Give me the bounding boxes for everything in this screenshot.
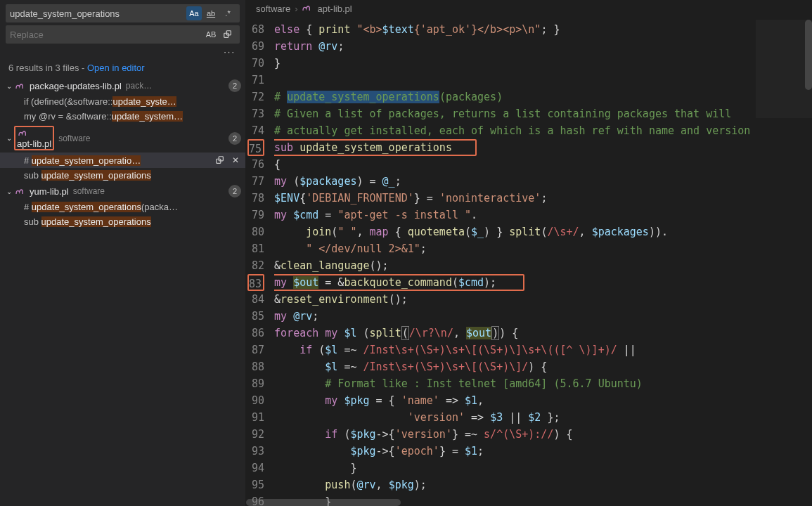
camel-icon	[14, 80, 27, 91]
preserve-case-toggle[interactable]: AB	[203, 27, 219, 41]
search-sidebar: Aa ab .* AB ··· 6 results in 3 files - O…	[0, 0, 246, 506]
tree-file[interactable]: ⌄apt-lib.plsoftware2	[0, 124, 245, 153]
line-gutter: 6869707172737475767778798081828384858687…	[246, 18, 274, 506]
camel-icon	[14, 186, 27, 197]
vertical-scrollbar[interactable]	[802, 20, 812, 506]
chevron-down-icon[interactable]: ⌄	[4, 134, 14, 142]
results-tree[interactable]: ⌄package-updates-lib.plpack…2if (defined…	[0, 77, 245, 506]
breadcrumb-file[interactable]: apt-lib.pl	[317, 4, 352, 14]
breadcrumb-folder[interactable]: software	[256, 4, 290, 14]
replace-all-icon[interactable]	[220, 27, 236, 41]
tree-result[interactable]: sub update_system_operations	[0, 214, 245, 229]
search-input[interactable]	[10, 8, 186, 19]
tree-result[interactable]: if (defined(&software::update_syste…	[0, 94, 245, 109]
chevron-down-icon[interactable]: ⌄	[4, 82, 14, 90]
horizontal-scrollbar-thumb[interactable]	[246, 499, 401, 506]
search-input-row: Aa ab .*	[6, 4, 240, 22]
horizontal-scrollbar[interactable]	[246, 498, 802, 506]
open-in-editor-link[interactable]: Open in editor	[87, 63, 145, 73]
match-count-badge: 2	[228, 185, 241, 197]
dismiss-icon[interactable]: ✕	[230, 155, 241, 166]
vertical-scrollbar-thumb[interactable]	[805, 20, 812, 90]
match-count-badge: 2	[228, 132, 241, 145]
replace-input[interactable]	[10, 30, 203, 40]
results-summary: 6 results in 3 files - Open in editor	[0, 58, 245, 77]
breadcrumbs[interactable]: software › apt-lib.pl	[246, 0, 812, 18]
match-case-toggle[interactable]: Aa	[186, 6, 202, 20]
more-actions-button[interactable]: ···	[0, 46, 245, 58]
tree-result[interactable]: sub update_system_operations	[0, 168, 245, 183]
chevron-down-icon[interactable]: ⌄	[4, 188, 14, 195]
editor-pane: software › apt-lib.pl 686970717273747576…	[246, 0, 812, 506]
camel-icon	[302, 3, 313, 15]
code-content[interactable]: else { print "<b>$text{'apt_ok'}</b><p>\…	[274, 18, 812, 506]
tree-result[interactable]: my @rv = &software::update_system…	[0, 109, 245, 124]
camel-icon	[17, 127, 30, 138]
replace-one-icon[interactable]	[214, 155, 226, 166]
match-count-badge: 2	[228, 79, 241, 92]
tree-file[interactable]: ⌄yum-lib.plsoftware2	[0, 183, 245, 200]
tree-file[interactable]: ⌄package-updates-lib.plpack…2	[0, 77, 245, 94]
match-whole-word-toggle[interactable]: ab	[203, 6, 219, 20]
replace-input-row: AB	[6, 25, 240, 44]
code-area[interactable]: 6869707172737475767778798081828384858687…	[246, 18, 812, 506]
tree-result[interactable]: # update_system_operations(packa…	[0, 200, 245, 214]
tree-result[interactable]: # update_system_operatio…✕	[0, 153, 245, 168]
regex-toggle[interactable]: .*	[220, 6, 236, 20]
